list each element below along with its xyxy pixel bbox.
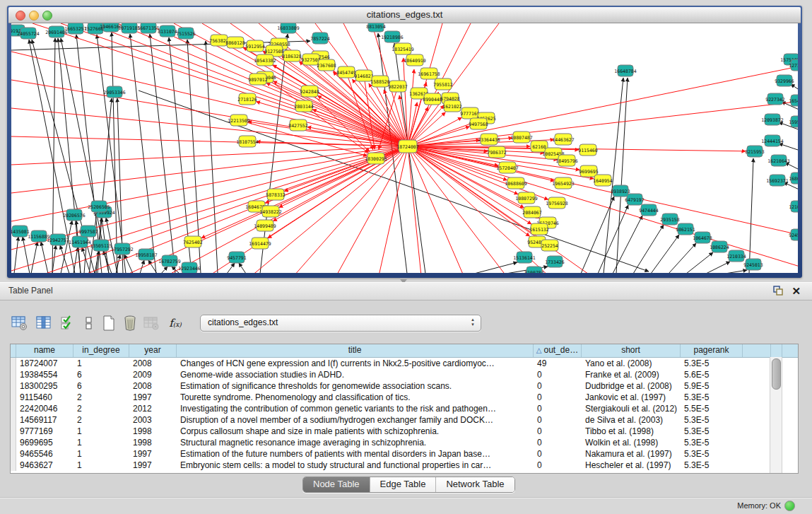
network-graph[interactable]: 1872400775638228860128591295422260558912…: [11, 23, 798, 273]
table-cell[interactable]: 2: [73, 414, 129, 426]
table-cell[interactable]: 1997: [129, 392, 177, 403]
column-header-name[interactable]: name: [16, 344, 73, 357]
table-cell[interactable]: 18724007: [16, 358, 73, 369]
table-cell[interactable]: 5.3E-5: [681, 426, 743, 437]
table-cell[interactable]: 5.3E-5: [681, 414, 743, 426]
table-cell[interactable]: 5.3E-5: [681, 358, 743, 369]
table-row[interactable]: 1938455462009Genome-wide association stu…: [11, 369, 798, 380]
table-cell[interactable]: 2: [73, 403, 129, 414]
table-cell[interactable]: 1998: [129, 437, 177, 448]
table-cell[interactable]: 2008: [129, 358, 177, 369]
table-cell[interactable]: 14569117: [16, 414, 73, 426]
table-cell[interactable]: 9465546: [16, 448, 73, 460]
table-cell[interactable]: 49: [534, 358, 582, 369]
table-row[interactable]: 946362711997Embryonic stem cells: a mode…: [11, 460, 798, 471]
table-cell[interactable]: Investigating the contribution of common…: [177, 403, 534, 414]
table-cell[interactable]: 0: [534, 448, 582, 460]
select-rows-icon[interactable]: [58, 313, 78, 333]
table-cell[interactable]: 1: [73, 358, 129, 369]
function-builder-icon[interactable]: f(x): [165, 313, 185, 333]
network-window-titlebar[interactable]: citations_edges.txt: [8, 7, 801, 23]
table-cell[interactable]: 5.3E-5: [681, 460, 743, 471]
delete-rows-icon[interactable]: [120, 313, 140, 333]
table-cell[interactable]: de Silva et al. (2003): [582, 414, 681, 426]
table-row[interactable]: 1872400712008Changes of HCN gene express…: [11, 358, 798, 369]
table-cell[interactable]: 1998: [129, 426, 177, 437]
table-row[interactable]: 1830029562008Estimation of significance …: [11, 380, 798, 392]
table-cell[interactable]: 2009: [129, 369, 177, 380]
table-cell[interactable]: 9699695: [16, 437, 73, 448]
node-table[interactable]: namein_degreeyeartitle△out_de…shortpager…: [10, 344, 799, 474]
new-table-icon[interactable]: [99, 313, 119, 333]
table-cell[interactable]: Franke et al. (2009): [582, 369, 681, 380]
table-cell[interactable]: Corpus callosum shape and size in male p…: [177, 426, 534, 437]
table-cell[interactable]: 1: [73, 437, 129, 448]
column-header-pagerank[interactable]: pagerank: [681, 344, 743, 357]
table-cell[interactable]: 2: [73, 392, 129, 403]
table-cell[interactable]: 1: [73, 426, 129, 437]
modify-table-icon[interactable]: [10, 313, 30, 333]
table-cell[interactable]: Estimation of the future numbers of pati…: [177, 448, 534, 460]
table-cell[interactable]: 2008: [129, 380, 177, 392]
close-panel-icon[interactable]: ✕: [792, 285, 801, 297]
table-cell[interactable]: Tibbo et al. (1998): [582, 426, 681, 437]
table-cell[interactable]: Stergiakouli et al. (2012): [582, 403, 681, 414]
table-cell[interactable]: 0: [534, 392, 582, 403]
float-panel-icon[interactable]: [773, 286, 784, 296]
table-cell[interactable]: 5.9E-5: [681, 380, 743, 392]
table-cell[interactable]: 5.3E-5: [681, 448, 743, 460]
table-cell[interactable]: Tourette syndrome. Phenomenology and cla…: [177, 392, 534, 403]
table-cell[interactable]: Embryonic stem cells: a model to study s…: [177, 460, 534, 471]
table-cell[interactable]: 18300295: [16, 380, 73, 392]
table-cell[interactable]: 0: [534, 437, 582, 448]
column-header-out-de-[interactable]: △out_de…: [534, 344, 582, 357]
table-vertical-scrollbar[interactable]: [770, 357, 782, 473]
table-cell[interactable]: Genome-wide association studies in ADHD.: [177, 369, 534, 380]
table-cell[interactable]: 5.3E-5: [681, 392, 743, 403]
table-cell[interactable]: 0: [534, 414, 582, 426]
table-cell[interactable]: Jankovic et al. (1997): [582, 392, 681, 403]
table-row[interactable]: 969969511998Structural magnetic resonanc…: [11, 437, 798, 448]
network-view[interactable]: 1872400775638228860128591295422260558912…: [11, 23, 798, 273]
table-row[interactable]: 946554611997Estimation of the future num…: [11, 448, 798, 460]
table-cell[interactable]: 5.6E-5: [681, 369, 743, 380]
column-header-title[interactable]: title: [177, 344, 534, 357]
table-cell[interactable]: Hescheler et al. (1997): [582, 460, 681, 471]
row-selector-icon[interactable]: [79, 313, 99, 333]
table-cell[interactable]: 0: [534, 369, 582, 380]
table-cell[interactable]: 6: [73, 380, 129, 392]
table-cell[interactable]: Nakamura et al. (1997): [582, 448, 681, 460]
tab-node-table[interactable]: Node Table: [303, 477, 370, 492]
table-cell[interactable]: 19384554: [16, 369, 73, 380]
table-cell[interactable]: 5.5E-5: [681, 403, 743, 414]
table-cell[interactable]: 0: [534, 460, 582, 471]
table-cell[interactable]: Dudbridge et al. (2008): [582, 380, 681, 392]
table-cell[interactable]: 9463627: [16, 460, 73, 471]
table-selector-dropdown[interactable]: citations_edges.txt ▲▼: [200, 315, 481, 332]
column-header-in-degree[interactable]: in_degree: [73, 344, 129, 357]
table-cell[interactable]: 5.3E-5: [681, 437, 743, 448]
table-cell[interactable]: 2003: [129, 414, 177, 426]
table-row[interactable]: 977716911998Corpus callosum shape and si…: [11, 426, 798, 437]
table-cell[interactable]: 2012: [129, 403, 177, 414]
table-row[interactable]: 1456911722003Disruption of a novel membe…: [11, 414, 798, 426]
table-cell[interactable]: 1: [73, 460, 129, 471]
table-cell[interactable]: Estimation of significance thresholds fo…: [177, 380, 534, 392]
tab-edge-table[interactable]: Edge Table: [370, 477, 436, 492]
table-cell[interactable]: Structural magnetic resonance image aver…: [177, 437, 534, 448]
table-cell[interactable]: 1: [73, 448, 129, 460]
table-cell[interactable]: Disruption of a novel member of a sodium…: [177, 414, 534, 426]
table-cell[interactable]: 0: [534, 426, 582, 437]
table-cell[interactable]: 0: [534, 380, 582, 392]
table-row[interactable]: 2242004622012Investigating the contribut…: [11, 403, 798, 414]
table-cell[interactable]: 6: [73, 369, 129, 380]
scrollbar-thumb[interactable]: [772, 358, 781, 390]
show-column-icon[interactable]: [34, 313, 54, 333]
table-cell[interactable]: 9115460: [16, 392, 73, 403]
tab-network-table[interactable]: Network Table: [435, 477, 514, 492]
table-row[interactable]: 911546021997Tourette syndrome. Phenomeno…: [11, 392, 798, 403]
delete-table-icon[interactable]: [141, 313, 161, 333]
table-cell[interactable]: 1997: [129, 448, 177, 460]
table-cell[interactable]: Wolkin et al. (1998): [582, 437, 681, 448]
table-cell[interactable]: 9777169: [16, 426, 73, 437]
